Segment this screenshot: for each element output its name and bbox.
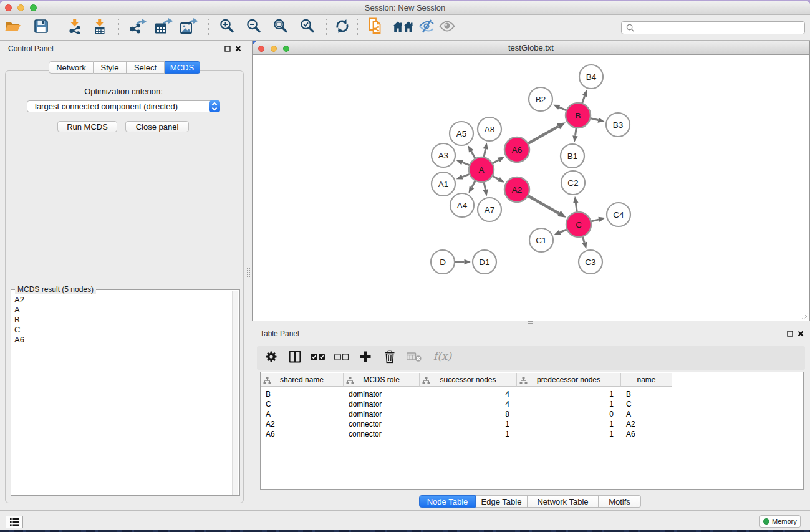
mcds-result-title: MCDS result (5 nodes) <box>15 285 96 294</box>
edge-arrow <box>498 157 504 162</box>
criterion-select-value: largest connected component (directed) <box>35 101 178 112</box>
edge-arrow <box>469 186 475 193</box>
delete-column-icon[interactable] <box>383 351 396 366</box>
first-neighbors-icon[interactable] <box>392 19 415 36</box>
open-session-icon[interactable] <box>4 18 21 37</box>
window-resize-grip[interactable] <box>801 312 809 320</box>
column-header-label: shared name <box>261 373 343 387</box>
edge-arrow <box>573 196 578 203</box>
graph-node-label: A7 <box>485 205 495 215</box>
function-builder-icon[interactable]: f(x) <box>433 350 451 362</box>
result-scrollbar[interactable] <box>232 291 238 495</box>
export-table-icon[interactable] <box>154 18 174 37</box>
table-tab-network-table[interactable]: Network Table <box>528 495 599 508</box>
show-column-icon[interactable] <box>289 351 301 365</box>
control-tab-mcds[interactable]: MCDS <box>165 61 200 74</box>
table-tab-node-table[interactable]: Node Table <box>419 495 476 508</box>
column-header-successor-nodes[interactable]: successor nodes <box>420 373 517 387</box>
mcds-result-list[interactable]: A2ABCA6 <box>14 295 24 345</box>
deselect-all-icon[interactable] <box>334 352 349 364</box>
table-cell: A6 <box>621 429 672 439</box>
control-tab-select[interactable]: Select <box>127 61 165 74</box>
export-network-icon[interactable] <box>128 18 147 37</box>
memory-button[interactable]: Memory <box>759 515 801 528</box>
search-input[interactable] <box>621 21 805 34</box>
table-row-A2[interactable]: A2connector11A2 <box>261 419 803 429</box>
edge-arrow <box>582 242 587 249</box>
toolbar-separator <box>57 19 57 36</box>
close-panel-icon[interactable] <box>235 46 241 52</box>
mcds-result-item[interactable]: B <box>14 315 24 325</box>
table-cell: B <box>621 389 672 399</box>
hide-selected-icon[interactable] <box>418 19 435 36</box>
graph-node-label: D1 <box>479 258 489 267</box>
vertical-splitter-grip[interactable] <box>247 268 251 278</box>
save-session-icon[interactable] <box>34 19 49 36</box>
edge-arrow <box>554 230 561 235</box>
edge-arrow <box>557 211 566 218</box>
edge-arrow <box>468 145 474 152</box>
table-cell: A6 <box>261 429 344 439</box>
column-header-shared-name[interactable]: shared name <box>261 373 344 387</box>
table-tab-motifs[interactable]: Motifs <box>599 495 641 508</box>
task-history-button[interactable] <box>6 516 23 528</box>
column-header-predecessor-nodes[interactable]: predecessor nodes <box>517 373 621 387</box>
criterion-select[interactable]: largest connected component (directed) <box>27 100 220 112</box>
table-row-B[interactable]: Bdominator41B <box>261 389 803 399</box>
status-bar: Memory <box>0 510 810 530</box>
graph-node-label: B2 <box>536 95 546 104</box>
copy-network-icon[interactable] <box>368 17 385 38</box>
export-image-icon[interactable] <box>180 18 199 37</box>
close-panel-icon[interactable] <box>798 331 804 337</box>
edge-arrow <box>557 122 566 129</box>
edge-arrow <box>465 259 471 265</box>
show-all-icon[interactable] <box>439 19 455 36</box>
column-header-label: successor nodes <box>420 373 516 387</box>
mcds-result-item[interactable]: A6 <box>14 335 24 345</box>
table-tab-edge-table[interactable]: Edge Table <box>476 495 528 508</box>
zoom-fit-icon[interactable] <box>272 18 289 37</box>
table-cell: dominator <box>344 399 420 409</box>
import-table-icon[interactable] <box>92 18 108 37</box>
table-row-C[interactable]: Cdominator41C <box>261 399 803 409</box>
main-toolbar <box>0 15 810 41</box>
mcds-result-item[interactable]: C <box>14 325 24 335</box>
import-network-icon[interactable] <box>67 18 83 37</box>
mcds-result-item[interactable]: A2 <box>14 295 24 305</box>
graph-node-label: A3 <box>438 151 449 160</box>
control-tab-network[interactable]: Network <box>49 61 94 74</box>
refresh-icon[interactable] <box>334 18 350 37</box>
node-table: shared nameMCDS rolesuccessor nodesprede… <box>260 372 804 490</box>
float-panel-icon[interactable] <box>787 331 793 337</box>
zoom-out-icon[interactable] <box>246 18 262 37</box>
edge-arrow <box>553 105 560 110</box>
run-mcds-button[interactable]: Run MCDS <box>57 121 117 132</box>
select-all-icon[interactable] <box>311 352 325 364</box>
mcds-result-box: A2ABCA6 <box>11 289 240 496</box>
application-window: Session: New Session <box>0 1 810 528</box>
edge-arrow <box>597 117 604 122</box>
table-cell: 4 <box>420 389 517 399</box>
graph-node-label: C2 <box>567 178 578 188</box>
table-row-A[interactable]: Adominator80A <box>261 409 803 419</box>
table-settings-icon[interactable] <box>266 351 277 365</box>
mcds-result-item[interactable]: A <box>14 305 24 315</box>
network-graph-canvas[interactable]: B4B2BB3A8A5A6A3B1AC2A1A2A4A7C4CC1C3DD1 <box>253 55 809 321</box>
column-header-MCDS-role[interactable]: MCDS role <box>344 373 420 387</box>
column-header-name[interactable]: name <box>621 373 672 387</box>
close-panel-button[interactable]: Close panel <box>125 121 189 132</box>
table-toolbar: f(x) <box>257 346 805 370</box>
zoom-selected-icon[interactable] <box>299 18 316 37</box>
delete-table-icon[interactable] <box>407 352 422 365</box>
create-column-icon[interactable] <box>359 351 372 365</box>
horizontal-splitter-grip[interactable] <box>528 321 534 325</box>
float-panel-icon[interactable] <box>224 46 231 52</box>
select-arrows-icon <box>209 100 220 112</box>
memory-label: Memory <box>772 516 797 527</box>
table-cell: connector <box>344 419 420 429</box>
table-cell: connector <box>344 429 420 439</box>
network-window-titlebar[interactable]: testGlobe.txt <box>253 41 809 55</box>
zoom-in-icon[interactable] <box>219 18 235 37</box>
control-tab-style[interactable]: Style <box>94 61 127 74</box>
table-row-A6[interactable]: A6connector11A6 <box>261 429 803 439</box>
